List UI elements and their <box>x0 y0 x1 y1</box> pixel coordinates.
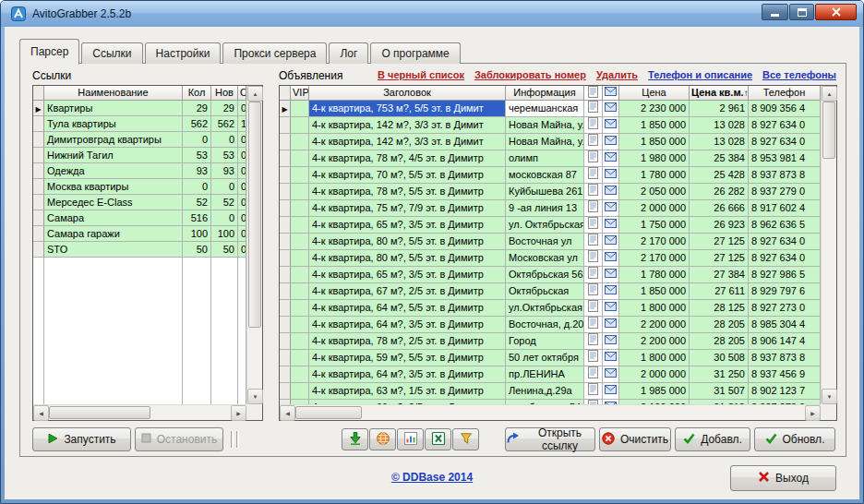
ad-info-cell[interactable]: Октябрьская 56 <box>506 267 584 283</box>
scroll-right-button[interactable]: ▶ <box>231 405 246 421</box>
document-icon[interactable] <box>584 117 603 134</box>
links-new-cell[interactable]: 562 <box>211 116 238 132</box>
links-name-cell[interactable]: Москва квартиры <box>44 179 183 195</box>
ad-info-cell[interactable]: Куйбышева 261 <box>506 184 584 200</box>
horizontal-scrollbar[interactable]: ◀ ▶ <box>33 404 246 420</box>
links-updated-cell[interactable]: 0 <box>238 226 246 242</box>
document-icon[interactable] <box>584 150 603 167</box>
mail-icon[interactable] <box>603 167 619 184</box>
clear-button[interactable]: Очистить <box>599 427 671 451</box>
ad-row[interactable]: 4-к квартира, 65 м?, 3/5 эт. в Димитрул.… <box>280 217 821 234</box>
exit-button[interactable]: Выход <box>730 465 836 491</box>
links-count-cell[interactable]: 562 <box>183 116 211 132</box>
ad-title-cell[interactable]: 4-к квартира, 75 м?, 7/9 эт. в Димитр <box>309 200 506 217</box>
links-updated-cell[interactable]: 0 <box>238 132 246 148</box>
vip-cell[interactable] <box>291 350 309 366</box>
document-icon[interactable] <box>584 200 603 217</box>
ad-info-cell[interactable]: Ленина,д.29а <box>506 383 584 400</box>
ad-price-cell[interactable]: 1 800 000 <box>619 350 690 366</box>
col-header-title[interactable]: Заголовок <box>309 86 506 101</box>
ad-price-cell[interactable]: 2 000 000 <box>619 200 690 217</box>
ad-info-cell[interactable]: Новая Майна, ул <box>506 117 584 134</box>
links-name-cell[interactable]: Нижний Тагил <box>44 148 183 163</box>
scroll-left-button[interactable]: ◀ <box>33 405 49 421</box>
tab-4[interactable]: Лог <box>329 42 368 64</box>
ad-phone-cell[interactable]: 8 937 873 8 <box>749 350 821 366</box>
links-name-cell[interactable]: Самара <box>44 210 183 226</box>
ad-row[interactable]: ▶4-к квартира, 753 м?, 5/5 эт. в Димитче… <box>280 101 821 117</box>
ad-phone-cell[interactable]: 8 927 273 0 <box>749 300 821 317</box>
document-icon[interactable] <box>584 217 603 234</box>
mail-icon[interactable] <box>603 150 619 167</box>
document-icon[interactable] <box>584 283 603 300</box>
col-header-info[interactable]: Информация <box>506 86 584 101</box>
mail-icon[interactable] <box>603 350 619 366</box>
document-icon[interactable] <box>584 350 603 366</box>
ad-price-per-sqm-cell[interactable]: 2 961 <box>690 101 749 117</box>
ad-phone-cell[interactable]: 8 927 634 0 <box>749 250 821 267</box>
links-count-cell[interactable]: 50 <box>183 242 211 258</box>
links-count-cell[interactable]: 0 <box>183 132 211 148</box>
document-icon[interactable] <box>584 267 603 283</box>
links-column-header-0[interactable]: Наименование <box>44 86 183 101</box>
tab-3[interactable]: Прокси сервера <box>222 42 327 64</box>
vip-cell[interactable] <box>291 167 309 184</box>
ad-info-cell[interactable]: черемшанская <box>506 101 584 117</box>
ad-title-cell[interactable]: 4-к квартира, 78 м?, 5/5 эт. в Димитр <box>309 184 506 200</box>
ad-info-cell[interactable]: ул.Октябрьская <box>506 300 584 317</box>
mail-icon[interactable] <box>603 283 619 300</box>
ads-action-4[interactable]: Все телефоны <box>762 69 836 80</box>
ad-title-cell[interactable]: 4-к квартира, 64 м?, 3/5 эт. в Димитр <box>309 317 506 333</box>
ad-row[interactable]: 4-к квартира, 59 м?, 5/5 эт. в Димитр50 … <box>280 350 821 366</box>
links-new-cell[interactable]: 0 <box>211 210 238 226</box>
mail-icon[interactable] <box>603 184 619 200</box>
links-count-cell[interactable]: 93 <box>183 163 211 179</box>
links-count-cell[interactable]: 0 <box>183 179 211 195</box>
horizontal-scrollbar[interactable]: ◀ ▶ <box>280 404 821 420</box>
ads-action-3[interactable]: Телефон и описание <box>648 69 752 80</box>
ad-info-cell[interactable]: олимп <box>506 150 584 167</box>
links-updated-cell[interactable]: 1 <box>238 116 246 132</box>
ad-row[interactable]: 4-к квартира, 78 м?, 5/5 эт. в ДимитрКуй… <box>280 184 821 200</box>
ads-action-2[interactable]: Удалить <box>596 69 638 80</box>
ad-info-cell[interactable]: Восточная, д.20 <box>506 317 584 333</box>
vip-cell[interactable] <box>291 383 309 400</box>
ad-info-cell[interactable]: 9 -ая линия 13 <box>506 200 584 217</box>
document-icon[interactable] <box>584 333 603 350</box>
mail-icon[interactable] <box>603 383 619 400</box>
links-new-cell[interactable]: 50 <box>211 242 238 258</box>
links-column-header-1[interactable]: Кол <box>183 86 211 101</box>
vip-cell[interactable] <box>291 267 309 283</box>
ad-price-per-sqm-cell[interactable]: 30 508 <box>690 350 749 366</box>
document-icon[interactable] <box>584 300 603 317</box>
mail-icon[interactable] <box>603 366 619 383</box>
ad-info-cell[interactable]: московская 87 <box>506 167 584 184</box>
ad-phone-cell[interactable]: 8 937 279 0 <box>749 184 821 200</box>
vertical-scrollbar[interactable]: ▲ ▼ <box>821 86 836 404</box>
ad-phone-cell[interactable]: 8 962 636 5 <box>749 217 821 234</box>
links-updated-cell[interactable]: 0 <box>238 101 246 116</box>
ad-price-per-sqm-cell[interactable]: 27 611 <box>690 283 749 300</box>
document-icon[interactable] <box>584 101 603 117</box>
links-new-cell[interactable]: 52 <box>211 195 238 210</box>
links-row[interactable]: STO50500 <box>33 242 246 258</box>
ad-title-cell[interactable]: 4-к квартира, 80 м?, 5/5 эт. в Димитр <box>309 234 506 250</box>
links-name-cell[interactable]: STO <box>44 242 183 258</box>
vip-cell[interactable] <box>291 250 309 267</box>
ad-title-cell[interactable]: 4-к квартира, 70 м?, 5/5 эт. в Димитр <box>309 167 506 184</box>
col-header-price[interactable]: Цена <box>619 86 690 101</box>
ad-price-per-sqm-cell[interactable]: 31 250 <box>690 366 749 383</box>
ad-price-per-sqm-cell[interactable]: 26 666 <box>690 200 749 217</box>
links-row[interactable]: Одежда93930 <box>33 163 246 179</box>
links-name-cell[interactable]: Тула квартиры <box>44 116 183 132</box>
ad-phone-cell[interactable]: 8 917 602 4 <box>749 200 821 217</box>
links-row[interactable]: Самара51600 <box>33 210 246 226</box>
ad-row[interactable]: 4-к квартира, 64 м?, 3/5 эт. в ДимитрВос… <box>280 317 821 333</box>
ad-phone-cell[interactable]: 8 953 981 4 <box>749 150 821 167</box>
refresh-button[interactable]: Обновл. <box>754 427 835 451</box>
col-header-price-per-sqm[interactable]: Цена кв.м.↑ <box>690 86 749 101</box>
ad-row[interactable]: 4-к квартира, 67 м?, 2/5 эт. в ДимитрОкт… <box>280 283 821 300</box>
ad-price-cell[interactable]: 1 850 000 <box>619 283 690 300</box>
mail-icon[interactable] <box>603 134 619 150</box>
document-icon[interactable] <box>584 167 603 184</box>
